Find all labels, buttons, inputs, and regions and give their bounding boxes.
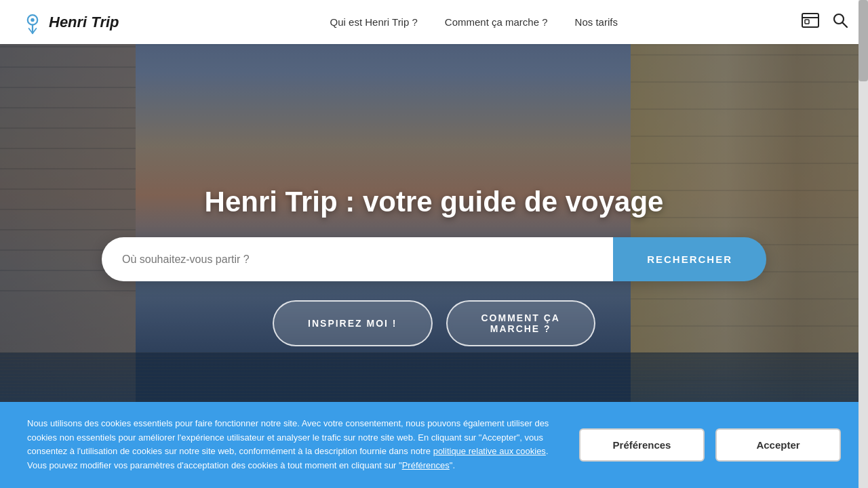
search-bar: RECHERCHER — [102, 237, 766, 281]
how-it-works-button[interactable]: COMMENT ÇAMARCHE ? — [446, 300, 595, 346]
cookie-actions: Préférences Accepter — [579, 428, 841, 462]
svg-rect-3 — [802, 17, 818, 18]
nav-who[interactable]: Qui est Henri Trip ? — [330, 16, 418, 28]
scrollbar[interactable] — [859, 0, 868, 488]
cookie-text-end: ". — [450, 460, 455, 470]
inspire-button[interactable]: INSPIREZ MOI ! — [273, 300, 432, 346]
cookie-banner: Nous utilisons des cookies essentiels po… — [0, 402, 868, 488]
cookie-policy-link[interactable]: politique relative aux cookies — [433, 446, 546, 456]
hero-title: Henri Trip : votre guide de voyage — [205, 186, 664, 218]
account-icon[interactable] — [802, 13, 819, 32]
logo[interactable]: Henri Trip — [20, 10, 119, 35]
nav-how[interactable]: Comment ça marche ? — [445, 16, 548, 28]
nav-links: Qui est Henri Trip ? Comment ça marche ?… — [146, 16, 802, 28]
svg-rect-4 — [805, 20, 809, 24]
svg-point-1 — [31, 18, 34, 21]
navbar: Henri Trip Qui est Henri Trip ? Comment … — [0, 0, 868, 44]
cookie-preferences-link[interactable]: Préférences — [402, 460, 450, 470]
search-input[interactable] — [102, 237, 613, 281]
nav-right — [802, 13, 848, 32]
scrollbar-thumb[interactable] — [859, 0, 868, 81]
nav-pricing[interactable]: Nos tarifs — [575, 16, 618, 28]
svg-line-6 — [843, 22, 848, 27]
logo-icon — [20, 10, 45, 35]
accept-button[interactable]: Accepter — [715, 428, 841, 462]
cookie-text: Nous utilisons des cookies essentiels po… — [27, 417, 552, 473]
preferences-button[interactable]: Préférences — [579, 428, 705, 462]
search-icon[interactable] — [833, 13, 848, 32]
search-button[interactable]: RECHERCHER — [613, 237, 766, 281]
how-it-works-label: COMMENT ÇAMARCHE ? — [481, 312, 560, 334]
logo-text: Henri Trip — [49, 14, 119, 31]
hero-buttons: INSPIREZ MOI ! COMMENT ÇAMARCHE ? — [273, 300, 595, 346]
